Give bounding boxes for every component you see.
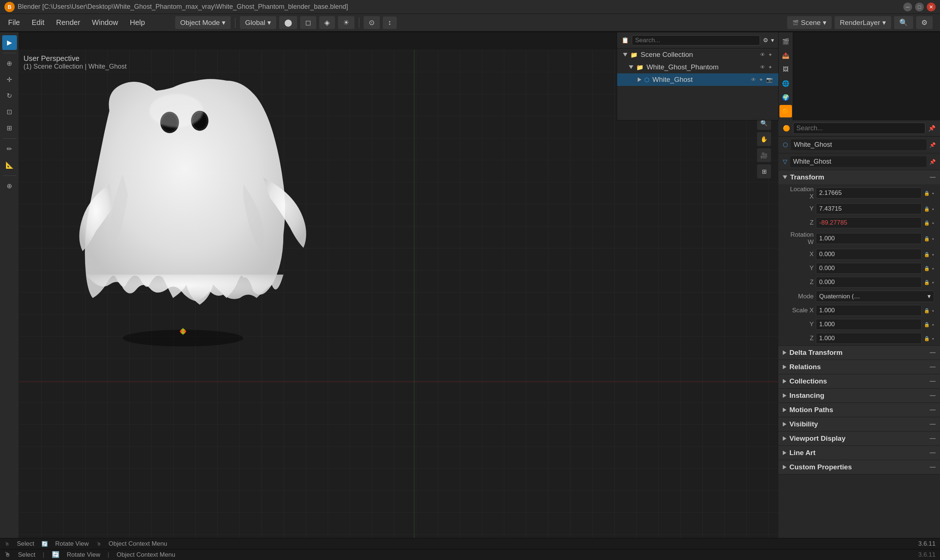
render-properties-icon[interactable]: 🎬 <box>779 35 792 48</box>
lock-icon-rx[interactable]: 🔒 <box>924 252 930 257</box>
menu-edit[interactable]: Edit <box>26 16 49 29</box>
viewport[interactable]: User Perspective (1) Scene Collection | … <box>19 50 778 538</box>
outliner-filter-icon[interactable]: ⚙ <box>763 37 768 44</box>
tool-select[interactable]: ▶ <box>2 35 17 50</box>
outliner-item-white-ghost[interactable]: ⬡ White_Ghost 👁 ✦ 📷 <box>617 73 778 86</box>
transform-section-header[interactable]: Transform — <box>778 170 940 184</box>
rotation-w-value[interactable]: 1.000 <box>816 233 921 244</box>
location-z-value[interactable]: -89.27785 <box>816 217 921 228</box>
scene-dropdown[interactable]: 🎬 Scene ▾ <box>787 16 832 29</box>
scale-x-value[interactable]: 1.000 <box>816 305 921 316</box>
dot-icon-lz[interactable]: ● <box>932 221 934 225</box>
dot-icon-sx[interactable]: ● <box>932 309 934 313</box>
outliner-select-icon[interactable]: ✦ <box>768 52 772 58</box>
tool-add[interactable]: ⊕ <box>2 179 17 193</box>
close-button[interactable]: ✕ <box>927 3 935 11</box>
dot-icon-rx[interactable]: ● <box>932 252 934 257</box>
tool-measure[interactable]: 📐 <box>2 158 17 172</box>
props-search-input[interactable] <box>793 123 925 134</box>
header-search-button[interactable]: 🔍 <box>894 16 913 29</box>
dot-icon-rz[interactable]: ● <box>932 280 934 285</box>
scale-z-value[interactable]: 1.000 <box>816 333 921 344</box>
outliner-select-icon-2[interactable]: ✦ <box>768 64 772 70</box>
dot-icon-rw[interactable]: ● <box>932 237 934 241</box>
delta-transform-header[interactable]: Delta Transform — <box>778 346 940 360</box>
outliner-scene-collection[interactable]: 📁 Scene Collection 👁 ✦ <box>617 48 778 61</box>
scene-properties-icon[interactable]: 🌐 <box>779 77 792 89</box>
tool-annotate[interactable]: ✏ <box>2 142 17 156</box>
overlay-button[interactable]: ⊙ <box>364 16 380 29</box>
rotation-mode-value[interactable]: Quaternion (… ▾ <box>816 291 934 302</box>
dot-icon-ry[interactable]: ● <box>932 266 934 271</box>
dot-icon-sz[interactable]: ● <box>932 337 934 340</box>
view-layer-icon[interactable]: 🖼 <box>779 63 792 75</box>
viewport-pan-button[interactable]: ✋ <box>757 132 771 146</box>
minimize-button[interactable]: ─ <box>903 3 912 11</box>
lock-icon-ry[interactable]: 🔒 <box>924 266 930 271</box>
gizmo-button[interactable]: ↕ <box>383 17 397 29</box>
viewport-perspective-label: User Perspective <box>23 54 127 63</box>
outliner-options-icon[interactable]: ▾ <box>771 37 774 44</box>
outliner-eye-icon[interactable]: 👁 <box>760 52 765 58</box>
lock-icon-sz[interactable]: 🔒 <box>924 336 930 341</box>
lock-icon-rz[interactable]: 🔒 <box>924 280 930 285</box>
menu-help[interactable]: Help <box>125 16 150 29</box>
tool-rotate[interactable]: ↻ <box>2 88 17 103</box>
lock-icon-lz[interactable]: 🔒 <box>924 220 930 226</box>
viewport-grid-button[interactable]: ⊞ <box>757 165 771 178</box>
line-art-header[interactable]: Line Art — <box>778 446 940 460</box>
location-x-value[interactable]: 2.17665 <box>816 188 921 198</box>
viewport-shading-wire[interactable]: ◻ <box>300 16 316 29</box>
menu-file[interactable]: File <box>3 16 25 29</box>
menu-window[interactable]: Window <box>87 16 123 29</box>
global-dropdown[interactable]: Global ▾ <box>240 16 276 29</box>
dot-icon-sy[interactable]: ● <box>932 323 934 327</box>
world-properties-icon[interactable]: 🌍 <box>779 91 792 103</box>
object-properties-icon[interactable]: 🟠 <box>779 105 792 117</box>
tool-scale[interactable]: ⊡ <box>2 105 17 119</box>
outliner-eye-icon-3[interactable]: 👁 <box>751 77 756 83</box>
lock-icon-ly[interactable]: 🔒 <box>924 206 930 212</box>
lock-icon-sx[interactable]: 🔒 <box>924 308 930 313</box>
collections-header[interactable]: Collections — <box>778 374 940 388</box>
object-name-input[interactable] <box>791 140 926 150</box>
props-pin-icon[interactable]: 📌 <box>928 125 935 132</box>
dot-icon-lx[interactable]: ● <box>932 191 934 195</box>
tool-transform[interactable]: ⊞ <box>2 121 17 135</box>
instancing-header[interactable]: Instancing — <box>778 389 940 403</box>
motion-paths-header[interactable]: Motion Paths — <box>778 403 940 417</box>
output-properties-icon[interactable]: 📤 <box>779 49 792 62</box>
rotation-x-value[interactable]: 0.000 <box>816 249 921 260</box>
mesh-name-lock-icon[interactable]: 📌 <box>929 159 935 165</box>
location-y-value[interactable]: 7.43715 <box>816 203 921 214</box>
tool-move[interactable]: ✛ <box>2 72 17 87</box>
outliner-item-white-ghost-phantom[interactable]: 📁 White_Ghost_Phantom 👁 ✦ <box>617 61 778 73</box>
outliner-search-input[interactable] <box>632 35 760 46</box>
lock-icon-rw[interactable]: 🔒 <box>924 236 930 242</box>
rotation-y-value[interactable]: 0.000 <box>816 263 921 274</box>
header-settings-button[interactable]: ⚙ <box>916 16 933 29</box>
maximize-button[interactable]: □ <box>915 3 924 11</box>
viewport-shading-solid[interactable]: ⬤ <box>279 16 297 29</box>
tool-cursor[interactable]: ⊕ <box>2 56 17 71</box>
visibility-header[interactable]: Visibility — <box>778 417 940 431</box>
render-layer-dropdown[interactable]: RenderLayer ▾ <box>835 16 891 29</box>
object-mode-dropdown[interactable]: Object Mode ▾ <box>175 16 231 29</box>
relations-header[interactable]: Relations — <box>778 360 940 374</box>
lock-icon-sy[interactable]: 🔒 <box>924 322 930 327</box>
viewport-camera-button[interactable]: 🎥 <box>757 148 771 162</box>
viewport-display-header[interactable]: Viewport Display — <box>778 432 940 446</box>
outliner-render-icon[interactable]: 📷 <box>766 77 772 83</box>
rotation-z-value[interactable]: 0.000 <box>816 277 921 288</box>
viewport-shading-material[interactable]: ◈ <box>319 16 335 29</box>
mesh-name-input[interactable] <box>790 156 926 167</box>
lock-icon-lx[interactable]: 🔒 <box>924 191 930 196</box>
outliner-select-icon-3[interactable]: ✦ <box>759 77 763 83</box>
viewport-shading-render[interactable]: ☀ <box>338 16 355 29</box>
object-name-lock-icon[interactable]: 📌 <box>929 142 935 148</box>
dot-icon-ly[interactable]: ● <box>932 207 934 211</box>
scale-y-value[interactable]: 1.000 <box>816 319 921 330</box>
custom-properties-header[interactable]: Custom Properties — <box>778 460 940 474</box>
outliner-eye-icon-2[interactable]: 👁 <box>760 64 765 70</box>
menu-render[interactable]: Render <box>51 16 86 29</box>
